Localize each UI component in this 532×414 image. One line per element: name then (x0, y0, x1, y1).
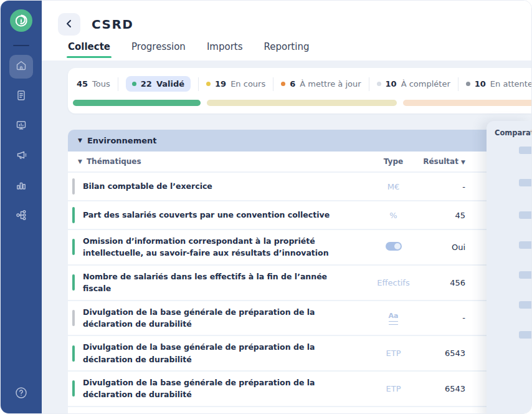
toggle-on-icon (386, 242, 402, 251)
row-label: Bilan comptable de l’exercice (83, 175, 364, 197)
table-row[interactable]: Bilan comptable de l’exercice M€ - (68, 173, 531, 201)
tab-progression[interactable]: Progression (131, 41, 186, 58)
table-column-headers: ▼ Thématiques Type Résultat ▼ (68, 152, 531, 173)
back-button[interactable] (58, 13, 80, 36)
status-label: Tous (92, 79, 110, 89)
row-result: - (423, 182, 465, 191)
status-filter-2[interactable]: 6À mettre à jour (281, 79, 361, 89)
status-label: En cours (230, 79, 265, 89)
section-header-environnement[interactable]: ▼ Environnement (68, 130, 531, 152)
row-status-bar (72, 178, 75, 195)
separator (198, 77, 199, 91)
comparatif-panel[interactable]: Comparatif (487, 121, 531, 414)
row-type: % (364, 211, 423, 220)
table-body: Bilan comptable de l’exercice M€ - Part … (68, 173, 531, 413)
row-result: 6543 (423, 349, 465, 358)
comparatif-placeholder (519, 241, 531, 249)
tab-collecte[interactable]: Collecte (68, 41, 110, 58)
status-filter-all[interactable]: 45 Tous (77, 79, 110, 89)
tab-bar: CollecteProgressionImportsReporting (42, 41, 531, 58)
status-filter-3[interactable]: 10À compléter (377, 79, 450, 89)
status-count: 6 (290, 79, 295, 89)
main-area: CSRD CollecteProgressionImportsReporting… (42, 1, 531, 413)
comparatif-placeholder (519, 179, 531, 186)
sidebar-item-documents[interactable] (9, 85, 33, 108)
status-filters: 45 Tous 22Validé19En cours6À mettre à jo… (77, 76, 521, 92)
row-result: 45 (423, 211, 465, 220)
row-label: Divulgation de la base générale de prépa… (83, 336, 364, 370)
status-count: 22 (141, 79, 152, 89)
table-row[interactable]: Divulgation de la base générale de prépa… (68, 336, 531, 372)
status-dot-icon (281, 82, 285, 86)
table-row[interactable]: Omission d’information correspondant à l… (68, 230, 531, 266)
sidebar-item-dashboard[interactable] (9, 115, 33, 138)
row-label: Part des salariés couverts par une conve… (83, 204, 364, 226)
separator (118, 77, 118, 91)
caret-down-icon: ▼ (461, 159, 465, 165)
comparatif-placeholder (519, 301, 531, 309)
comparatif-placeholder (519, 147, 531, 154)
sidebar-item-help[interactable] (9, 382, 33, 406)
sidebar (1, 1, 42, 413)
tab-reporting[interactable]: Reporting (264, 41, 310, 58)
app-window: CSRD CollecteProgressionImportsReporting… (0, 0, 532, 414)
status-filter-1[interactable]: 19En cours (206, 79, 265, 89)
section-title: Environnement (87, 136, 157, 145)
row-status-bar (72, 380, 75, 397)
row-status-bar (72, 274, 75, 291)
comparatif-title: Comparatif (495, 128, 531, 137)
status-count: 10 (475, 79, 486, 89)
sidebar-item-analytics[interactable] (9, 175, 33, 198)
table-row[interactable]: Part des salariés couverts par une conve… (68, 201, 531, 230)
table-row[interactable]: Divulgation de la base générale de prépa… (68, 407, 531, 413)
chevron-left-icon (64, 18, 75, 31)
comparatif-placeholder (519, 331, 531, 339)
collection-table: ▼ Environnement ▼ Thématiques Type Résul… (68, 130, 531, 413)
row-label: Omission d’information correspondant à l… (83, 230, 364, 264)
table-row[interactable]: Nombre de salariés dans les effectifs à … (68, 266, 531, 301)
progress-segment (207, 100, 397, 106)
row-type: M€ (364, 182, 423, 191)
status-filter-0[interactable]: 22Validé (126, 76, 191, 92)
help-icon (14, 386, 28, 402)
status-dot-icon (466, 82, 470, 86)
sidebar-item-announcements[interactable] (9, 145, 33, 168)
row-status-bar (72, 239, 75, 255)
column-thematiques[interactable]: ▼ Thématiques (78, 157, 364, 166)
page-title: CSRD (92, 17, 133, 32)
page-header: CSRD CollecteProgressionImportsReporting (42, 1, 531, 60)
row-status-bar (72, 345, 75, 362)
row-result: - (423, 313, 465, 322)
sidebar-divider (13, 45, 29, 46)
row-type: ETP (364, 349, 423, 358)
row-label: Divulgation de la base générale de prépa… (83, 301, 364, 335)
separator (273, 77, 273, 91)
status-dot-icon (206, 82, 211, 86)
column-resultat[interactable]: Résultat ▼ (423, 157, 465, 166)
progress-segment (403, 100, 531, 106)
status-count: 10 (386, 79, 397, 89)
megaphone-icon (15, 149, 27, 164)
row-label: Divulgation de la base générale de prépa… (83, 407, 364, 413)
row-type: ETP (364, 384, 423, 393)
text-format-icon: Aa (389, 312, 399, 325)
status-count: 19 (215, 79, 226, 89)
row-label: Divulgation de la base générale de prépa… (83, 372, 364, 406)
status-count: 45 (77, 79, 88, 89)
table-row[interactable]: Divulgation de la base générale de prépa… (68, 301, 531, 337)
sidebar-item-home[interactable] (9, 55, 33, 79)
tab-imports[interactable]: Imports (207, 41, 243, 58)
row-status-bar (72, 207, 75, 223)
comparatif-placeholder (519, 211, 531, 219)
table-row[interactable]: Divulgation de la base générale de prépa… (68, 372, 531, 407)
sidebar-item-organization[interactable] (9, 205, 33, 228)
status-label: À compléter (401, 79, 450, 89)
comparatif-placeholder (519, 271, 531, 279)
status-label: En attente (490, 79, 531, 89)
status-progress-bar (73, 100, 531, 106)
document-icon (15, 89, 27, 104)
status-filter-4[interactable]: 10En attente (466, 79, 531, 89)
row-type (364, 242, 423, 253)
row-status-bar (72, 310, 75, 326)
separator (458, 77, 458, 91)
